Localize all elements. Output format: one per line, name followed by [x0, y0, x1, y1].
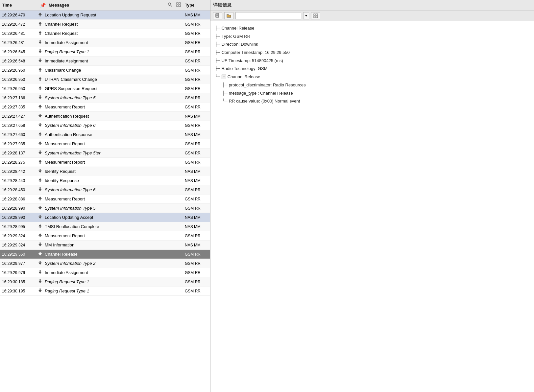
svg-rect-57: [40, 242, 41, 244]
tree-line: ├─protocol_discriminator: Radio Resource…: [215, 81, 529, 89]
table-row[interactable]: 16:29:26.950UTRAN Classmark ChangeGSM RR: [0, 75, 210, 84]
cell-type: NAS MM: [185, 13, 208, 17]
svg-point-0: [168, 3, 171, 6]
arrow-up-icon: [38, 77, 45, 82]
table-row[interactable]: 16:29:28.443Identity ResponseNAS MM: [0, 176, 210, 185]
table-row[interactable]: 16:29:27.186System Information Type 5GSM…: [0, 93, 210, 103]
table-row[interactable]: 16:29:27.658System Information Type 6GSM…: [0, 121, 210, 130]
table-row[interactable]: 16:29:30.185Paging Request Type 1GSM RR: [0, 277, 210, 287]
cell-type: GSM RR: [185, 59, 208, 63]
table-row[interactable]: 16:29:28.450System Information Type 6GSM…: [0, 185, 210, 195]
search-icon[interactable]: [168, 2, 174, 8]
cell-time: 16:29:26.545: [2, 50, 38, 54]
cell-type: NAS MM: [185, 114, 208, 119]
svg-rect-5: [179, 5, 181, 7]
arrow-down-icon: [38, 187, 45, 193]
table-row[interactable]: 16:29:28.137System Information Type 5ter…: [0, 149, 210, 158]
detail-grid-icon[interactable]: [311, 12, 320, 19]
table-row[interactable]: 16:29:26.481Channel RequestGSM RR: [0, 29, 210, 38]
cell-time: 16:29:26.950: [2, 68, 38, 73]
arrow-down-icon: [38, 95, 45, 101]
table-row[interactable]: 16:29:28.990Location Updating AcceptNAS …: [0, 213, 210, 222]
cell-time: 16:29:27.335: [2, 105, 38, 109]
table-row[interactable]: 16:29:29.324Measurement ReportGSM RR: [0, 231, 210, 241]
cell-message: UTRAN Classmark Change: [45, 77, 185, 82]
tree-text: Direction: Downlink: [222, 40, 258, 49]
doc-icon[interactable]: [213, 12, 222, 19]
cell-type: GSM RR: [185, 105, 208, 109]
cell-message: Paging Request Type 1: [45, 279, 185, 284]
cell-type: GSM RR: [185, 50, 208, 54]
cell-time: 16:29:30.195: [2, 289, 38, 293]
svg-rect-15: [40, 49, 41, 51]
table-row[interactable]: 16:29:26.548Immediate AssignmentGSM RR: [0, 57, 210, 66]
tree-connector: └─: [222, 97, 228, 105]
arrow-down-icon: [38, 242, 45, 248]
table-row[interactable]: 16:29:27.427Authentication RequestNAS MM: [0, 112, 210, 121]
svg-rect-9: [40, 24, 41, 26]
svg-rect-51: [40, 215, 41, 217]
grid-icon[interactable]: [176, 2, 183, 8]
cell-type: NAS MM: [185, 132, 208, 137]
arrow-down-icon: [38, 113, 45, 119]
table-row[interactable]: 16:29:26.470Location Updating RequestNAS…: [0, 11, 210, 20]
table-row[interactable]: 16:29:26.472Channel RequestGSM RR: [0, 20, 210, 29]
table-row[interactable]: 16:29:26.545Paging Request Type 1GSM RR: [0, 47, 210, 57]
svg-marker-50: [38, 217, 42, 219]
svg-marker-58: [38, 253, 42, 256]
table-row[interactable]: 16:29:26.481Immediate AssignmentGSM RR: [0, 38, 210, 47]
svg-marker-42: [38, 178, 42, 180]
svg-rect-59: [40, 252, 41, 254]
detail-title: 详细信息: [213, 2, 531, 8]
detail-search-input[interactable]: [235, 12, 301, 19]
cell-message: Channel Release: [45, 252, 185, 257]
svg-rect-27: [40, 106, 41, 108]
pin-icon: 📌: [40, 3, 47, 8]
cell-message: Authentication Response: [45, 132, 185, 137]
message-list-header: Time 📌 Messages Type: [0, 0, 210, 11]
table-row[interactable]: 16:29:26.950GPRS Suspension RequestGSM R…: [0, 84, 210, 93]
table-row[interactable]: 16:29:29.979Immediate AssignmentGSM RR: [0, 268, 210, 277]
arrow-up-icon: [38, 141, 45, 147]
message-list[interactable]: 16:29:26.470Location Updating RequestNAS…: [0, 11, 210, 392]
cell-type: GSM RR: [185, 40, 208, 45]
svg-marker-44: [38, 189, 42, 191]
table-row[interactable]: 16:29:27.660Authentication ResponseNAS M…: [0, 130, 210, 139]
table-row[interactable]: 16:29:28.442Identity RequestNAS MM: [0, 167, 210, 176]
svg-rect-17: [40, 58, 41, 60]
table-row[interactable]: 16:29:29.324MM InformationNAS MM: [0, 241, 210, 250]
table-row[interactable]: 16:29:30.195Paging Request Type 1GSM RR: [0, 287, 210, 296]
table-row[interactable]: 16:29:28.886Measurement ReportGSM RR: [0, 195, 210, 204]
cell-type: NAS MM: [185, 243, 208, 247]
cell-type: NAS MM: [185, 178, 208, 183]
arrow-up-icon: [38, 132, 45, 137]
arrow-down-icon: [38, 205, 45, 211]
cell-message: MM Information: [45, 242, 185, 247]
tree-collapse-button[interactable]: −: [222, 75, 226, 79]
svg-rect-2: [177, 3, 178, 4]
table-row[interactable]: 16:29:28.990System Information Type 5GSM…: [0, 204, 210, 213]
table-row[interactable]: 16:29:28.995TMSI Reallocation CompleteNA…: [0, 222, 210, 231]
table-row[interactable]: 16:29:29.550Channel ReleaseGSM RR: [0, 250, 210, 259]
cell-message: Measurement Report: [45, 104, 185, 109]
table-row[interactable]: 16:29:28.275Measurement ReportGSM RR: [0, 158, 210, 167]
cell-type: GSM RR: [185, 68, 208, 73]
table-row[interactable]: 16:29:27.935Measurement ReportGSM RR: [0, 139, 210, 149]
svg-marker-6: [38, 12, 42, 15]
table-row[interactable]: 16:29:26.950Classmark ChangeGSM RR: [0, 66, 210, 75]
svg-marker-24: [38, 97, 42, 99]
folder-icon[interactable]: [224, 12, 233, 19]
search-dropdown-arrow[interactable]: ▼: [303, 12, 309, 19]
svg-rect-49: [40, 206, 41, 208]
tree-text: Computer Timestamp: 16:29:29.550: [222, 49, 290, 57]
arrow-down-icon: [38, 58, 45, 64]
svg-marker-32: [38, 132, 42, 134]
table-row[interactable]: 16:29:29.977System Information Type 2GSM…: [0, 259, 210, 268]
tree-line: ├─UE Timestamp: 514890425 (ms): [215, 57, 529, 65]
cell-time: 16:29:26.481: [2, 31, 38, 36]
cell-time: 16:29:27.186: [2, 96, 38, 100]
arrow-down-icon: [38, 169, 45, 174]
table-row[interactable]: 16:29:27.335Measurement ReportGSM RR: [0, 103, 210, 112]
arrow-up-icon: [38, 178, 45, 183]
arrow-up-icon: [38, 12, 45, 18]
